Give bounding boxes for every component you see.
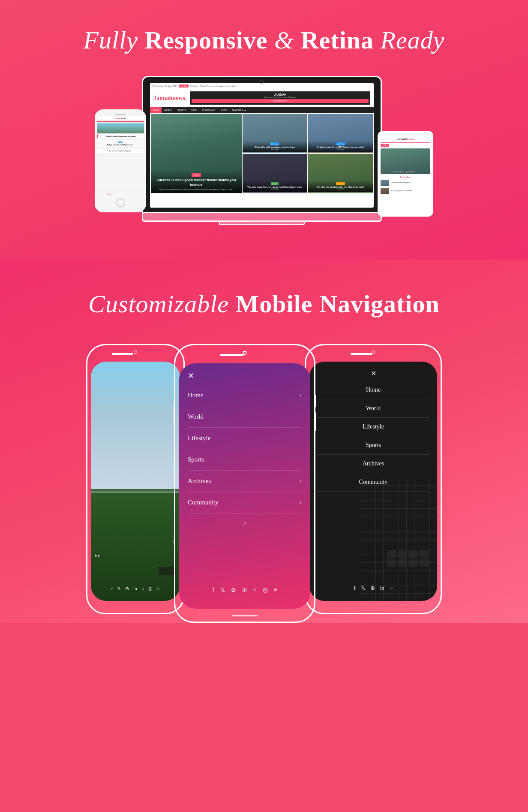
phone-article-2: News Budget issues force 2017 Tour to be… (97, 140, 144, 147)
phone1-screen: ity › f 𝕏 ⊕ in ○ ◎ ≡ (91, 362, 180, 601)
menu-item-community[interactable]: Community › (188, 492, 302, 513)
menu-item-archives-chevron: › (300, 478, 302, 485)
phone-left-partial: ity › f 𝕏 ⊕ in ○ ◎ ≡ (86, 344, 185, 614)
jannah-topbar: Wednesday, 12 April 2017 Trending The To… (150, 83, 374, 89)
laptop-base (142, 213, 382, 222)
nav-shop[interactable]: SHOP (218, 107, 229, 113)
social-dr-3: ⊕ (370, 585, 375, 592)
phone3-screen: ✕ Home World Lifestyle Sports Archives C… (309, 362, 437, 601)
menu-item-home-label: Home (188, 392, 204, 399)
jannah-nav: HOME WORLD SPORTS TECH COMMUNITY SHOP FE… (150, 107, 374, 113)
jannah-website: Wednesday, 12 April 2017 Trending The To… (150, 83, 374, 208)
headline-responsive: Fully Responsive & Retina Ready (9, 26, 519, 54)
menu-item-home[interactable]: Home › (188, 385, 302, 406)
menu-item-home-chevron: › (300, 392, 302, 399)
nav-community[interactable]: COMMUNITY (200, 107, 218, 113)
nav-sports[interactable]: SPORTS (175, 107, 189, 113)
dark-menu-lifestyle[interactable]: Lifestyle (317, 418, 429, 436)
social-rss: ≡ (157, 586, 159, 592)
laptop-screen-frame: Wednesday, 12 April 2017 Trending The To… (142, 76, 382, 213)
dark-menu-sports[interactable]: Sports (317, 436, 429, 455)
phone2-close-btn[interactable]: ✕ (179, 363, 310, 385)
headline-bold2: Retina (301, 26, 374, 54)
social-li-2: in (242, 586, 247, 594)
phone-inner: Jannahnews. A good teacher failure makes… (96, 110, 145, 211)
phone-mini-logo: Jannahnews. (97, 116, 144, 121)
trending-badge: Trending (179, 85, 189, 88)
phone2-social-icons: f 𝕏 ⊕ in ○ ◎ ≡ (179, 586, 310, 594)
nav-features[interactable]: FEATURES ••• (229, 107, 249, 113)
laptop-mockup: Wednesday, 12 April 2017 Trending The To… (142, 76, 382, 225)
phone3-menu-list: Home World Lifestyle Sports Archives Com… (309, 381, 437, 492)
menu-item-community-chevron: › (300, 499, 302, 506)
laptop-screen: Wednesday, 12 April 2017 Trending The To… (150, 83, 374, 208)
social-dr-2: ⊕ (231, 586, 236, 594)
social-tw-2: 𝕏 (220, 586, 225, 594)
phone3-close[interactable]: ✕ (309, 362, 437, 381)
laptop-foot (219, 222, 305, 225)
logo-suffix: news. (172, 95, 186, 101)
phone2-menu: ✕ Home › World Lifestyle (179, 363, 310, 609)
phone-article-3: Not who has rich, but who gives... (97, 149, 144, 153)
tablet-mockup-right: Jannahnews. JANNAH Success is not a good… (378, 131, 433, 217)
menu-item-community-label: Community (188, 499, 219, 506)
section-mobile-nav: Customizable Mobile Navigation (0, 260, 528, 623)
headline-part1: Fully (84, 26, 145, 54)
social-facebook: f (111, 586, 113, 592)
mobile-headline-bold: Mobile Navigation (236, 290, 440, 318)
social-linkedin: in (133, 586, 137, 592)
social-gh-3: ○ (390, 585, 393, 592)
devices-container: Jannahnews. A good teacher failure makes… (28, 76, 500, 225)
mobile-headline-part1: Customizable (88, 290, 235, 318)
headline-bold1: Responsive (144, 26, 267, 54)
menu-item-lifestyle-label: Lifestyle (188, 435, 210, 442)
social-li-3: in (380, 585, 384, 592)
phones-row: ity › f 𝕏 ⊕ in ○ ◎ ≡ (9, 344, 519, 623)
nav-tech[interactable]: TECH (189, 107, 200, 113)
article-4: Sports The only thing that overcomes har… (243, 154, 307, 193)
dark-menu-world[interactable]: World (317, 399, 429, 418)
social-github: ○ (141, 586, 144, 592)
phone1-text: ity (95, 553, 100, 558)
phone-right-partial: ✕ Home World Lifestyle Sports Archives C… (305, 344, 442, 614)
jannah-ad: JANNAH Responsive WordPress News / Magaz… (190, 91, 370, 105)
social-tw-3: 𝕏 (361, 585, 365, 592)
phone3-bg: ✕ Home World Lifestyle Sports Archives C… (309, 362, 437, 601)
phone1-social-icons: f 𝕏 ⊕ in ○ ◎ ≡ (91, 586, 180, 592)
phone2-screen: ✕ Home › World Lifestyle (179, 363, 310, 609)
phone-center: ✕ Home › World Lifestyle (174, 344, 315, 623)
social-fb-3: f (354, 585, 355, 592)
jannah-logo: Jannahnews. (153, 95, 186, 102)
dark-menu-home[interactable]: Home (317, 381, 429, 399)
menu-item-lifestyle[interactable]: Lifestyle (188, 428, 302, 449)
article-3: Life Style Budget issues force 2017 Tour… (308, 114, 373, 153)
section-responsive: Fully Responsive & Retina Ready Jannahne… (0, 0, 528, 260)
jannah-header: Jannahnews. JANNAH Responsive WordPress … (150, 89, 374, 107)
social-gh-2: ○ (253, 586, 256, 594)
tablet-logo: Jannahnews. (380, 136, 431, 142)
phone3-social-icons: f 𝕏 ⊕ in ○ (309, 585, 437, 592)
nav-world[interactable]: WORLD (162, 107, 175, 113)
menu-item-archives[interactable]: Archives › (188, 471, 302, 492)
topbar-headline: The Top 10 Best Computer Speakers In the… (190, 85, 239, 88)
menu-item-archives-label: Archives (188, 477, 211, 485)
headline-part3: Ready (374, 26, 444, 54)
social-ig-2: ◎ (263, 586, 268, 594)
headline-part2: & (268, 26, 301, 54)
headline-mobile: Customizable Mobile Navigation (9, 290, 519, 318)
menu-item-sports-label: Sports (188, 456, 204, 463)
menu-item-world[interactable]: World (188, 406, 302, 428)
social-fb-2: f (213, 586, 215, 594)
article-2: Life Style After all is said and done, m… (243, 114, 307, 153)
nav-home[interactable]: HOME (150, 107, 162, 113)
article-5: Creative Not who has much is rich, but w… (308, 154, 373, 193)
social-rs-2: ≡ (274, 586, 277, 594)
logo-text: Jannah (153, 95, 172, 101)
menu-item-world-label: World (188, 413, 204, 420)
main-article: Travel Success is not a good teacher fai… (151, 114, 242, 193)
social-dribbble: ⊕ (125, 586, 129, 592)
social-twitter: 𝕏 (117, 586, 121, 592)
menu-item-sports[interactable]: Sports (188, 449, 302, 471)
dark-menu-archives[interactable]: Archives (317, 455, 429, 473)
scroll-chevron: › (179, 518, 310, 528)
